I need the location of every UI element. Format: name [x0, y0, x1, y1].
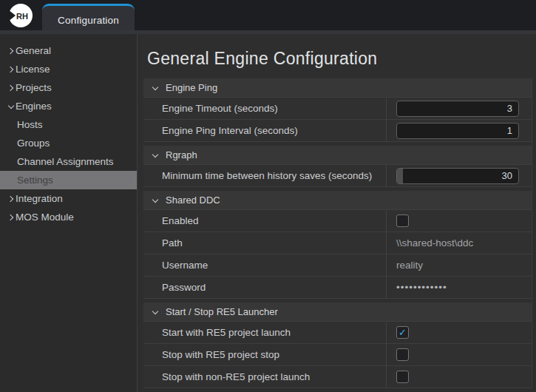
password-field[interactable] — [396, 282, 522, 293]
section-header[interactable]: Shared DDC — [143, 191, 532, 210]
sidebar-item-engines[interactable]: Engines — [0, 97, 137, 115]
setting-value-cell — [387, 254, 532, 276]
start-with-re5-project-launch-checkbox[interactable]: ✓ — [396, 326, 409, 339]
section-rows: Start with RE5 project launch ✓ Stop wit… — [143, 322, 532, 388]
setting-label: Path — [143, 232, 387, 254]
row-password: Password — [143, 277, 532, 299]
sidebar-item-label: MOS Module — [16, 212, 74, 223]
row-start-with-re5-project-launch: Start with RE5 project launch ✓ — [143, 322, 532, 344]
engine-ping-interval-seconds-input-box — [396, 123, 519, 139]
section-shared-ddc: Shared DDC Enabled Path Username Passwor… — [143, 191, 532, 299]
rh-logo-icon: RH — [8, 3, 33, 28]
tab-label: Configuration — [58, 15, 119, 26]
setting-value-cell — [387, 120, 532, 141]
setting-value-cell — [387, 344, 532, 365]
sidebar-item-channel-assignments[interactable]: Channel Assignments — [0, 152, 137, 171]
row-stop-with-non-re5-project-launch: Stop with non-RE5 project launch — [143, 366, 532, 388]
setting-value-cell — [387, 210, 532, 232]
sidebar-item-label: Hosts — [17, 119, 43, 130]
setting-label: Stop with non-RE5 project launch — [143, 366, 387, 388]
sidebar-item-label: License — [16, 64, 50, 75]
sidebar-item-projects[interactable]: Projects — [0, 78, 137, 97]
sidebar-item-hosts[interactable]: Hosts — [0, 115, 137, 134]
enabled-checkbox[interactable] — [396, 214, 409, 227]
chevron-right-icon — [6, 49, 16, 53]
app-logo[interactable]: RH — [8, 3, 33, 28]
section-rows: Minimum time between history saves (seco… — [143, 165, 532, 187]
path-field[interactable] — [396, 237, 522, 249]
setting-value-cell — [387, 232, 532, 254]
page-body: General License Projects Engines Hosts G… — [0, 34, 536, 392]
chevron-down-icon — [151, 154, 160, 157]
sidebar-item-label: Projects — [16, 82, 52, 93]
sidebar-item-label: Channel Assignments — [17, 156, 114, 167]
engine-ping-interval-seconds-input[interactable] — [397, 125, 518, 136]
chevron-right-icon — [6, 86, 16, 90]
engine-timeout-seconds-input-box — [396, 101, 519, 117]
section-title: Start / Stop RE5 Launcher — [166, 306, 278, 317]
chevron-down-icon — [151, 311, 160, 314]
sidebar-item-integration[interactable]: Integration — [0, 189, 137, 208]
sidebar-item-mos-module[interactable]: MOS Module — [0, 208, 137, 226]
checkmark-icon: ✓ — [398, 328, 407, 337]
section-title: Rgraph — [166, 149, 197, 160]
svg-text:RH: RH — [16, 12, 28, 21]
minimum-time-between-history-saves-seconds-input[interactable] — [403, 170, 518, 181]
sidebar-item-label: Groups — [17, 138, 50, 149]
drag-handle[interactable] — [397, 169, 403, 183]
sidebar-item-settings[interactable]: Settings — [0, 171, 137, 189]
sidebar-item-general[interactable]: General — [0, 41, 137, 60]
row-path: Path — [143, 232, 532, 254]
setting-label: Minimum time between history saves (seco… — [143, 165, 387, 186]
setting-value-cell: ✓ — [387, 322, 532, 343]
chevron-right-icon — [6, 215, 16, 220]
section-start-stop-re5-launcher: Start / Stop RE5 Launcher Start with RE5… — [143, 303, 532, 388]
setting-value-cell — [387, 165, 532, 186]
section-rows: Engine Timeout (seconds) Engine Ping Int… — [143, 98, 532, 142]
section-title: Engine Ping — [166, 82, 217, 93]
row-enabled: Enabled — [143, 210, 532, 232]
sidebar-item-groups[interactable]: Groups — [0, 134, 137, 152]
top-bar: RH Configuration — [0, 0, 536, 34]
stop-with-non-re5-project-launch-checkbox[interactable] — [396, 371, 409, 383]
minimum-time-between-history-saves-seconds-input-box — [396, 168, 519, 184]
section-header[interactable]: Start / Stop RE5 Launcher — [143, 303, 532, 322]
section-rgraph: Rgraph Minimum time between history save… — [143, 146, 532, 187]
page-title: General Engine Configuration — [147, 49, 532, 69]
config-table: Engine Ping Engine Timeout (seconds) Eng… — [143, 78, 532, 388]
chevron-down-icon — [151, 199, 160, 202]
username-field[interactable] — [396, 260, 522, 271]
content-area: General Engine Configuration Engine Ping… — [138, 34, 536, 392]
setting-label: Start with RE5 project launch — [143, 322, 387, 343]
chevron-down-icon — [151, 87, 160, 89]
setting-label: Username — [143, 254, 387, 276]
row-stop-with-re5-project-stop: Stop with RE5 project stop — [143, 344, 532, 366]
row-minimum-time-between-history-saves-seconds: Minimum time between history saves (seco… — [143, 165, 532, 187]
section-engine-ping: Engine Ping Engine Timeout (seconds) Eng… — [143, 78, 532, 142]
setting-label: Stop with RE5 project stop — [143, 344, 387, 365]
chevron-down-icon — [6, 105, 16, 108]
section-rows: Enabled Path Username Password — [143, 210, 532, 299]
tabstrip-bottom-band — [0, 30, 536, 34]
row-engine-timeout-seconds: Engine Timeout (seconds) — [143, 98, 532, 120]
sidebar-item-label: General — [16, 45, 51, 56]
sidebar-item-license[interactable]: License — [0, 60, 137, 78]
setting-label: Enabled — [143, 210, 387, 232]
setting-value-cell — [387, 98, 532, 119]
stop-with-re5-project-stop-checkbox[interactable] — [396, 348, 409, 361]
sidebar-item-label: Engines — [16, 101, 52, 112]
setting-label: Engine Timeout (seconds) — [143, 98, 387, 119]
tab-configuration[interactable]: Configuration — [42, 4, 135, 34]
chevron-right-icon — [6, 67, 16, 72]
sidebar-nav: General License Projects Engines Hosts G… — [0, 34, 138, 392]
engine-timeout-seconds-input[interactable] — [397, 103, 518, 114]
setting-value-cell — [387, 277, 532, 298]
setting-value-cell — [387, 366, 532, 388]
section-title: Shared DDC — [166, 195, 220, 206]
setting-label: Password — [143, 277, 387, 298]
section-header[interactable]: Rgraph — [143, 146, 532, 165]
chevron-right-icon — [6, 197, 16, 201]
sidebar-item-label: Integration — [16, 193, 63, 204]
row-engine-ping-interval-seconds: Engine Ping Interval (seconds) — [143, 120, 532, 142]
section-header[interactable]: Engine Ping — [143, 78, 532, 98]
